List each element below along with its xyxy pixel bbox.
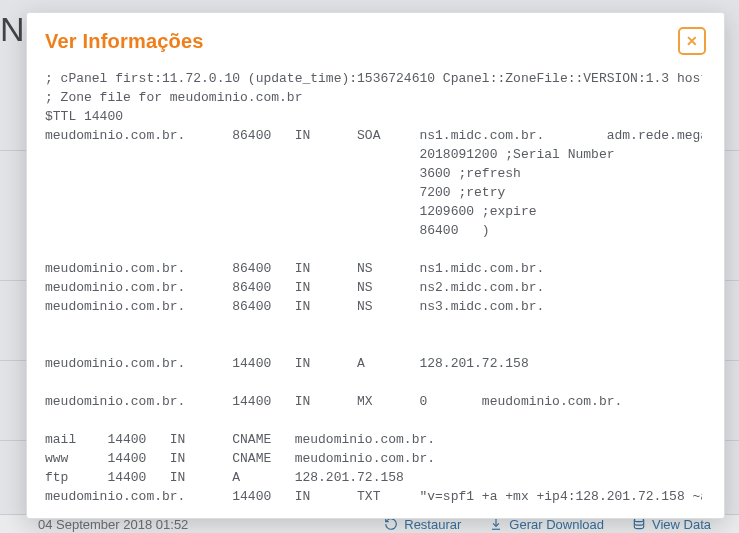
- close-button[interactable]: ✕: [678, 27, 706, 55]
- close-icon: ✕: [686, 34, 698, 48]
- info-modal: Ver Informações ✕ ; cPanel first:11.72.0…: [26, 12, 725, 519]
- modal-header: Ver Informações ✕: [27, 13, 724, 65]
- modal-title: Ver Informações: [45, 30, 204, 53]
- zone-file-content: ; cPanel first:11.72.0.10 (update_time):…: [43, 65, 702, 510]
- zone-file-scroll-area[interactable]: ; cPanel first:11.72.0.10 (update_time):…: [43, 65, 702, 510]
- modal-body: ; cPanel first:11.72.0.10 (update_time):…: [43, 65, 718, 510]
